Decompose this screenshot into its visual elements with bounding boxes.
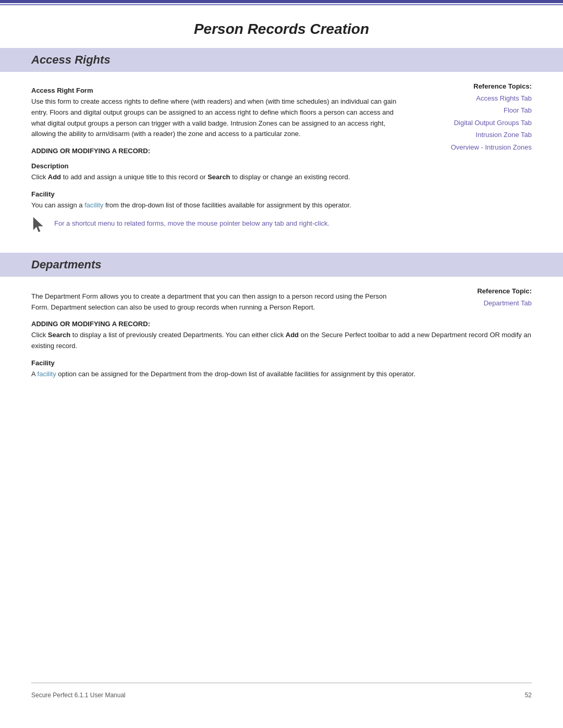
ref-link-department-tab[interactable]: Department Tab (417, 297, 532, 309)
reference-label-ar: Reference Topics: (417, 82, 532, 90)
dept-search-bold: Search (48, 331, 70, 339)
ref-link-overview-intrusion-zones[interactable]: Overview - Intrusion Zones (417, 141, 532, 153)
shortcut-text-ar: For a shortcut menu to related forms, mo… (54, 218, 329, 229)
ref-link-access-rights-tab[interactable]: Access Rights Tab (417, 92, 532, 104)
body-facility-dept: A facility option can be assigned for th… (31, 369, 532, 380)
dept-text1: Click (31, 331, 48, 339)
desc-text3: to display or change an existing record. (230, 173, 350, 181)
subheading-facility-dept: Facility (31, 359, 532, 367)
section-heading-access-rights: Access Rights (31, 53, 532, 67)
footer: Secure Perfect 6.1.1 User Manual 52 (0, 688, 563, 702)
facility-link-ar[interactable]: facility (84, 201, 103, 209)
subheading-description-ar: Description (31, 162, 532, 170)
facility-link-dept[interactable]: facility (38, 370, 56, 378)
desc-text2: to add and assign a unique title to this… (61, 173, 207, 181)
content-access-rights: Reference Topics: Access Rights Tab Floo… (0, 72, 563, 253)
svg-marker-0 (33, 217, 43, 232)
subheading-facility-ar: Facility (31, 190, 532, 198)
desc-search-bold: Search (207, 173, 230, 181)
body-facility-ar: You can assign a facility from the drop-… (31, 200, 532, 211)
footer-right: 52 (525, 692, 532, 699)
body-adding-modifying-dept: Click Search to display a list of previo… (31, 330, 532, 352)
shortcut-line-ar: For a shortcut menu to related forms, mo… (31, 218, 532, 235)
reference-block-departments: Reference Topic: Department Tab (417, 287, 532, 309)
fac-dept-text2: option can be assigned for the Departmen… (56, 370, 415, 378)
ref-link-intrusion-zone-tab[interactable]: Intrusion Zone Tab (417, 129, 532, 141)
section-heading-departments: Departments (31, 258, 532, 272)
reference-block-access-rights: Reference Topics: Access Rights Tab Floo… (417, 82, 532, 153)
fac-text2: from the drop-down list of those facilit… (103, 201, 351, 209)
bottom-rule (31, 683, 532, 683)
body-description-ar: Click Add to add and assign a unique tit… (31, 172, 532, 183)
mouse-pointer-icon (31, 216, 50, 235)
content-departments: Reference Topic: Department Tab The Depa… (0, 277, 563, 394)
fac-dept-text1: A (31, 370, 38, 378)
page-main-title: Person Records Creation (0, 5, 563, 48)
footer-left: Secure Perfect 6.1.1 User Manual (31, 692, 126, 699)
ref-link-floor-tab[interactable]: Floor Tab (417, 104, 532, 116)
desc-add-bold: Add (48, 173, 61, 181)
top-bar-thick (0, 0, 563, 3)
desc-text1: Click (31, 173, 48, 181)
dept-text2: to display a list of previously created … (70, 331, 286, 339)
ref-link-digital-output-tab[interactable]: Digital Output Groups Tab (417, 117, 532, 129)
fac-text1: You can assign a (31, 201, 84, 209)
section-header-departments: Departments (0, 253, 563, 277)
section-header-access-rights: Access Rights (0, 48, 563, 72)
subheading-adding-modifying-dept: ADDING OR MODIFYING A RECORD: (31, 320, 532, 328)
reference-label-dept: Reference Topic: (417, 287, 532, 295)
dept-add-bold: Add (286, 331, 299, 339)
